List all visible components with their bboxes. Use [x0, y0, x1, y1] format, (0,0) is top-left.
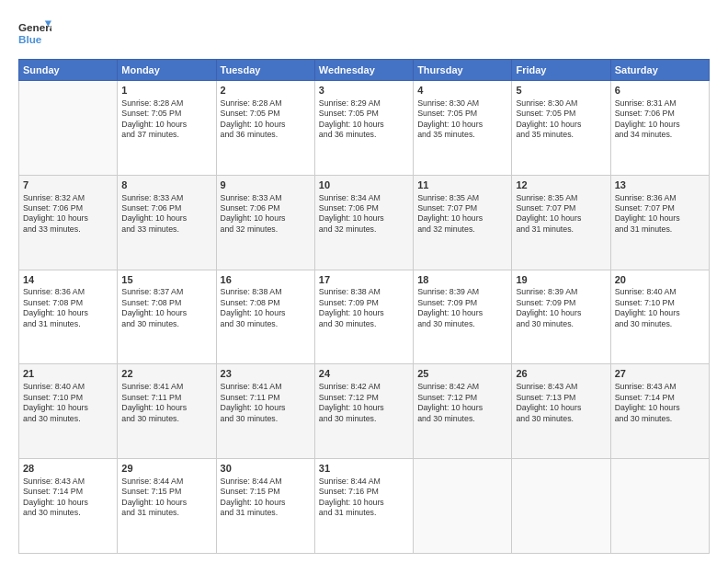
table-row: 10Sunrise: 8:34 AM Sunset: 7:06 PM Dayli… — [314, 175, 413, 270]
calendar-table: Sunday Monday Tuesday Wednesday Thursday… — [18, 59, 710, 554]
day-number: 4 — [417, 84, 507, 98]
day-info: Sunrise: 8:33 AM Sunset: 7:06 PM Dayligh… — [221, 193, 311, 236]
table-row: 5Sunrise: 8:30 AM Sunset: 7:05 PM Daylig… — [512, 81, 610, 176]
table-row — [19, 81, 118, 176]
day-number: 19 — [516, 273, 606, 287]
day-info: Sunrise: 8:32 AM Sunset: 7:06 PM Dayligh… — [23, 193, 113, 236]
day-number: 14 — [23, 273, 113, 287]
col-tuesday: Tuesday — [216, 60, 314, 81]
day-info: Sunrise: 8:42 AM Sunset: 7:12 PM Dayligh… — [319, 382, 409, 424]
day-info: Sunrise: 8:38 AM Sunset: 7:09 PM Dayligh… — [319, 287, 409, 329]
calendar-week-row: 28Sunrise: 8:43 AM Sunset: 7:14 PM Dayli… — [19, 459, 710, 554]
day-info: Sunrise: 8:41 AM Sunset: 7:11 PM Dayligh… — [121, 382, 211, 424]
table-row: 22Sunrise: 8:41 AM Sunset: 7:11 PM Dayli… — [118, 364, 216, 459]
day-number: 22 — [121, 367, 211, 381]
table-row: 25Sunrise: 8:42 AM Sunset: 7:12 PM Dayli… — [414, 364, 512, 459]
calendar-header-row: Sunday Monday Tuesday Wednesday Thursday… — [19, 60, 710, 81]
day-info: Sunrise: 8:44 AM Sunset: 7:15 PM Dayligh… — [121, 477, 211, 519]
table-row: 16Sunrise: 8:38 AM Sunset: 7:08 PM Dayli… — [216, 270, 314, 364]
day-number: 21 — [23, 367, 113, 381]
day-number: 25 — [417, 367, 507, 381]
table-row: 19Sunrise: 8:39 AM Sunset: 7:09 PM Dayli… — [512, 270, 610, 364]
table-row: 23Sunrise: 8:41 AM Sunset: 7:11 PM Dayli… — [216, 364, 314, 459]
col-monday: Monday — [118, 60, 216, 81]
day-info: Sunrise: 8:36 AM Sunset: 7:07 PM Dayligh… — [615, 193, 705, 236]
day-info: Sunrise: 8:36 AM Sunset: 7:08 PM Dayligh… — [23, 287, 113, 329]
table-row: 1Sunrise: 8:28 AM Sunset: 7:05 PM Daylig… — [118, 81, 216, 176]
day-info: Sunrise: 8:38 AM Sunset: 7:08 PM Dayligh… — [221, 287, 311, 329]
table-row: 15Sunrise: 8:37 AM Sunset: 7:08 PM Dayli… — [118, 270, 216, 364]
calendar-week-row: 1Sunrise: 8:28 AM Sunset: 7:05 PM Daylig… — [19, 81, 710, 176]
day-info: Sunrise: 8:28 AM Sunset: 7:05 PM Dayligh… — [221, 98, 311, 141]
table-row: 21Sunrise: 8:40 AM Sunset: 7:10 PM Dayli… — [19, 364, 118, 459]
generalblue-logo-icon: General Blue — [18, 17, 51, 50]
day-number: 9 — [221, 178, 311, 192]
day-number: 20 — [615, 273, 705, 287]
table-row: 12Sunrise: 8:35 AM Sunset: 7:07 PM Dayli… — [512, 175, 610, 270]
svg-text:Blue: Blue — [18, 33, 42, 45]
table-row: 2Sunrise: 8:28 AM Sunset: 7:05 PM Daylig… — [216, 81, 314, 176]
col-friday: Friday — [512, 60, 610, 81]
day-info: Sunrise: 8:39 AM Sunset: 7:09 PM Dayligh… — [417, 287, 507, 329]
table-row: 31Sunrise: 8:44 AM Sunset: 7:16 PM Dayli… — [314, 459, 413, 554]
col-saturday: Saturday — [610, 60, 709, 81]
day-number: 2 — [221, 84, 311, 98]
calendar-week-row: 14Sunrise: 8:36 AM Sunset: 7:08 PM Dayli… — [19, 270, 710, 364]
day-number: 8 — [121, 178, 211, 192]
table-row: 28Sunrise: 8:43 AM Sunset: 7:14 PM Dayli… — [19, 459, 118, 554]
table-row: 30Sunrise: 8:44 AM Sunset: 7:15 PM Dayli… — [216, 459, 314, 554]
day-info: Sunrise: 8:44 AM Sunset: 7:15 PM Dayligh… — [221, 477, 311, 519]
table-row: 20Sunrise: 8:40 AM Sunset: 7:10 PM Dayli… — [610, 270, 709, 364]
day-info: Sunrise: 8:35 AM Sunset: 7:07 PM Dayligh… — [516, 193, 606, 236]
day-number: 10 — [319, 178, 409, 192]
day-number: 29 — [121, 462, 211, 476]
day-info: Sunrise: 8:35 AM Sunset: 7:07 PM Dayligh… — [417, 193, 507, 236]
table-row: 17Sunrise: 8:38 AM Sunset: 7:09 PM Dayli… — [314, 270, 413, 364]
table-row: 24Sunrise: 8:42 AM Sunset: 7:12 PM Dayli… — [314, 364, 413, 459]
table-row: 11Sunrise: 8:35 AM Sunset: 7:07 PM Dayli… — [414, 175, 512, 270]
day-number: 17 — [319, 273, 409, 287]
day-info: Sunrise: 8:43 AM Sunset: 7:14 PM Dayligh… — [23, 477, 113, 519]
calendar-week-row: 21Sunrise: 8:40 AM Sunset: 7:10 PM Dayli… — [19, 364, 710, 459]
table-row: 8Sunrise: 8:33 AM Sunset: 7:06 PM Daylig… — [118, 175, 216, 270]
day-info: Sunrise: 8:31 AM Sunset: 7:06 PM Dayligh… — [615, 98, 705, 141]
day-info: Sunrise: 8:44 AM Sunset: 7:16 PM Dayligh… — [319, 477, 409, 519]
day-number: 5 — [516, 84, 606, 98]
table-row: 9Sunrise: 8:33 AM Sunset: 7:06 PM Daylig… — [216, 175, 314, 270]
page: General Blue Sunday Monday Tuesday Wedne… — [0, 0, 728, 563]
col-sunday: Sunday — [19, 60, 118, 81]
day-info: Sunrise: 8:42 AM Sunset: 7:12 PM Dayligh… — [417, 382, 507, 424]
day-number: 24 — [319, 367, 409, 381]
day-number: 3 — [319, 84, 409, 98]
day-number: 23 — [221, 367, 311, 381]
table-row: 7Sunrise: 8:32 AM Sunset: 7:06 PM Daylig… — [19, 175, 118, 270]
day-number: 12 — [516, 178, 606, 192]
day-number: 15 — [121, 273, 211, 287]
day-info: Sunrise: 8:37 AM Sunset: 7:08 PM Dayligh… — [121, 287, 211, 329]
day-number: 1 — [121, 84, 211, 98]
table-row: 29Sunrise: 8:44 AM Sunset: 7:15 PM Dayli… — [118, 459, 216, 554]
table-row: 4Sunrise: 8:30 AM Sunset: 7:05 PM Daylig… — [414, 81, 512, 176]
day-number: 7 — [23, 178, 113, 192]
table-row: 3Sunrise: 8:29 AM Sunset: 7:05 PM Daylig… — [314, 81, 413, 176]
day-number: 30 — [221, 462, 311, 476]
day-number: 13 — [615, 178, 705, 192]
day-info: Sunrise: 8:30 AM Sunset: 7:05 PM Dayligh… — [516, 98, 606, 141]
day-info: Sunrise: 8:40 AM Sunset: 7:10 PM Dayligh… — [615, 287, 705, 329]
logo: General Blue — [18, 17, 55, 50]
day-info: Sunrise: 8:28 AM Sunset: 7:05 PM Dayligh… — [121, 98, 211, 141]
day-info: Sunrise: 8:39 AM Sunset: 7:09 PM Dayligh… — [516, 287, 606, 329]
col-wednesday: Wednesday — [314, 60, 413, 81]
day-number: 18 — [417, 273, 507, 287]
day-info: Sunrise: 8:29 AM Sunset: 7:05 PM Dayligh… — [319, 98, 409, 141]
day-info: Sunrise: 8:40 AM Sunset: 7:10 PM Dayligh… — [23, 382, 113, 424]
calendar-week-row: 7Sunrise: 8:32 AM Sunset: 7:06 PM Daylig… — [19, 175, 710, 270]
day-number: 31 — [319, 462, 409, 476]
table-row — [414, 459, 512, 554]
table-row: 27Sunrise: 8:43 AM Sunset: 7:14 PM Dayli… — [610, 364, 709, 459]
day-info: Sunrise: 8:43 AM Sunset: 7:13 PM Dayligh… — [516, 382, 606, 424]
table-row: 13Sunrise: 8:36 AM Sunset: 7:07 PM Dayli… — [610, 175, 709, 270]
day-number: 6 — [615, 84, 705, 98]
day-info: Sunrise: 8:30 AM Sunset: 7:05 PM Dayligh… — [417, 98, 507, 141]
day-info: Sunrise: 8:41 AM Sunset: 7:11 PM Dayligh… — [221, 382, 311, 424]
